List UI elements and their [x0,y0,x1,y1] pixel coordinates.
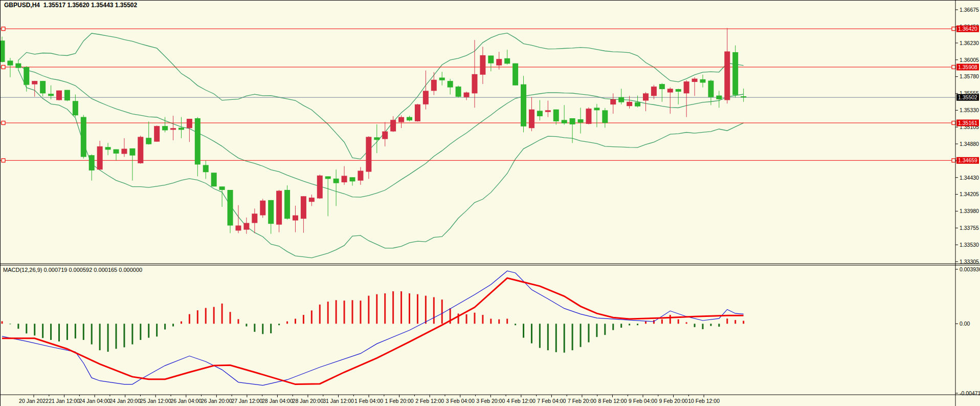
candle-body[interactable] [374,137,380,140]
candle-body[interactable] [618,97,624,102]
candle-body[interactable] [407,117,412,121]
candle-body[interactable] [676,89,681,92]
candle-body[interactable] [138,137,143,163]
candle-body[interactable] [480,55,485,75]
candle-body[interactable] [284,190,290,219]
candle-body[interactable] [610,99,616,104]
candle-body[interactable] [431,80,437,91]
candle-body[interactable] [7,60,13,65]
candle-body[interactable] [537,111,543,116]
candle-body[interactable] [586,109,591,124]
candle-body[interactable] [162,126,168,130]
candle-body[interactable] [129,148,135,156]
level-line-handle[interactable] [952,27,955,31]
candle-body[interactable] [121,149,127,154]
candle-body[interactable] [179,128,184,130]
candle-body[interactable] [488,55,494,63]
candle-body[interactable] [73,101,78,115]
candle-body[interactable] [64,90,70,101]
candle-body[interactable] [154,126,160,142]
candle-body[interactable] [659,84,665,89]
candle-body[interactable] [219,186,225,190]
candle-body[interactable] [415,104,420,121]
candle-body[interactable] [732,52,738,95]
chart-canvas[interactable]: 1.366751.364501.362301.360051.357801.355… [0,0,980,406]
candle-body[interactable] [602,110,608,123]
candle-body[interactable] [651,87,657,96]
candle-body[interactable] [448,81,453,88]
candle-body[interactable] [146,138,151,144]
candle-body[interactable] [708,81,714,97]
candle-body[interactable] [390,120,396,131]
level-line-handle[interactable] [952,159,955,162]
candle-body[interactable] [325,176,331,179]
candle-body[interactable] [89,155,95,170]
candle-body[interactable] [15,63,21,68]
candle-body[interactable] [301,196,306,219]
candle-body[interactable] [333,179,339,183]
candle-body[interactable] [235,225,241,230]
candle-body[interactable] [464,93,470,97]
candle-body[interactable] [366,137,371,172]
candle-body[interactable] [724,51,730,100]
candle-body[interactable] [504,58,510,64]
candle-body[interactable] [105,147,111,149]
candle-body[interactable] [382,132,388,139]
candle-body[interactable] [170,128,176,130]
candle-body[interactable] [643,93,649,100]
candle-body[interactable] [32,81,37,84]
candle-body[interactable] [570,118,575,124]
candle-body[interactable] [195,118,201,164]
candle-body[interactable] [252,213,257,223]
candle-body[interactable] [562,120,567,123]
candle-body[interactable] [545,110,551,112]
candle-body[interactable] [667,89,673,92]
candle-body[interactable] [684,81,689,93]
candle-body[interactable] [293,216,298,221]
level-line-handle[interactable] [2,121,5,125]
level-line-handle[interactable] [952,65,955,69]
level-line-handle[interactable] [952,121,955,125]
candle-body[interactable] [228,190,233,225]
candle-body[interactable] [692,79,698,82]
candle-body[interactable] [496,59,502,66]
candle-body[interactable] [635,102,640,106]
candle-body[interactable] [716,96,722,99]
candle-body[interactable] [472,74,477,94]
candle-body[interactable] [342,176,347,182]
level-line-handle[interactable] [2,27,5,31]
candle-body[interactable] [97,146,103,169]
candle-body[interactable] [260,201,265,216]
candle-body[interactable] [398,117,404,122]
candle-body[interactable] [276,191,282,225]
level-line-handle[interactable] [2,159,5,162]
candle-body[interactable] [203,165,209,172]
candle-body[interactable] [513,63,518,86]
candle-body[interactable] [439,78,445,80]
candle-body[interactable] [349,177,355,181]
candle-body[interactable] [56,91,62,100]
candle-body[interactable] [268,200,274,224]
candle-body[interactable] [81,117,86,157]
candle-body[interactable] [521,84,526,126]
candle-body[interactable] [578,119,584,123]
candle-body[interactable] [114,149,119,154]
candle-body[interactable] [594,108,599,110]
candle-body[interactable] [456,87,461,97]
candle-body[interactable] [243,223,249,230]
candle-body[interactable] [741,96,746,97]
candle-body[interactable] [627,102,632,106]
candle-body[interactable] [423,91,429,104]
candle-body[interactable] [0,40,5,62]
candle-body[interactable] [40,81,46,93]
candle-body[interactable] [211,173,217,186]
candle-body[interactable] [48,94,54,96]
candle-body[interactable] [358,170,363,180]
candle-body[interactable] [309,198,315,202]
candle-body[interactable] [553,110,559,121]
candle-body[interactable] [317,176,323,199]
candle-body[interactable] [187,119,192,128]
candle-body[interactable] [529,110,534,128]
candle-body[interactable] [700,79,705,83]
candle-body[interactable] [24,67,29,85]
